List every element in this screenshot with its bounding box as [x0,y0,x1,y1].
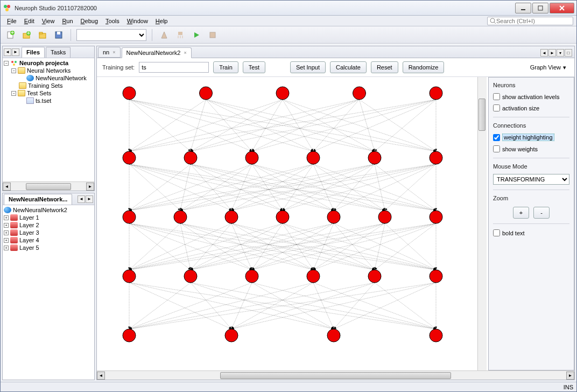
svg-line-143 [313,164,436,211]
svg-line-177 [129,223,252,270]
training-set-input[interactable] [139,62,209,73]
tree-training-sets[interactable]: Training Sets [4,82,93,89]
svg-line-107 [191,164,231,211]
svg-line-181 [129,223,375,270]
tree-root[interactable]: −Neuroph projecta [4,59,93,67]
config-combo[interactable] [76,29,146,41]
new-file-button[interactable]: + [4,29,17,41]
tab-dropdown-icon[interactable]: ▾ [557,49,564,57]
nav-left-icon[interactable]: ◄ [78,195,85,203]
test-button[interactable]: Test [243,61,265,73]
window-title: Neuroph Studio 201107282000 [15,5,514,11]
view-selector[interactable]: Graph View▾ [527,62,569,73]
nav-layer-1[interactable]: +Layer 1 [4,214,93,221]
show-weights-checkbox[interactable]: show weights [493,145,569,153]
svg-point-311 [184,151,197,164]
files-tab[interactable]: Files [22,47,45,58]
svg-line-277 [252,283,334,329]
svg-line-31 [129,100,191,151]
editor-tab-nn2[interactable]: NewNeuralNetwork2× [122,47,192,58]
tree-test-sets[interactable]: −Test Sets [4,89,93,97]
zoom-out-button[interactable]: - [533,207,550,219]
show-activation-checkbox[interactable]: show activation levels [493,93,569,101]
nav-layer-5[interactable]: +Layer 5 [4,244,93,251]
close-tab-icon[interactable]: × [112,50,115,55]
svg-line-95 [129,164,283,211]
svg-point-317 [174,211,187,223]
activation-size-checkbox[interactable]: activation size [493,104,569,112]
menu-run[interactable]: Run [59,17,76,25]
mouse-mode-select[interactable]: TRANSFORMING [493,174,569,185]
weight-highlighting-checkbox[interactable]: weight highlighting [493,133,569,142]
bold-text-checkbox[interactable]: bold text [493,229,569,237]
svg-line-49 [206,100,375,151]
svg-line-79 [191,100,436,151]
tasks-tab[interactable]: Tasks [46,47,71,58]
calculate-button[interactable]: Calculate [330,61,367,73]
build-button[interactable] [158,29,171,41]
search-box[interactable] [487,17,573,25]
panel-nav-right-icon[interactable]: ► [12,48,19,56]
nav-right-icon[interactable]: ► [86,195,93,203]
tab-scroll-left-icon[interactable]: ◄ [540,49,548,57]
open-button[interactable] [36,29,49,41]
tree-nn-item[interactable]: NewNeuralNetwork [4,74,93,82]
nav-layer-3[interactable]: +Layer 3 [4,229,93,236]
tab-scroll-right-icon[interactable]: ► [548,49,556,57]
neurons-group-title: Neurons [493,82,569,88]
close-tab-icon[interactable]: × [184,50,186,55]
svg-line-289 [129,283,375,329]
menu-window[interactable]: Window [124,17,151,25]
svg-line-285 [313,283,334,329]
files-hscroll[interactable]: ◄► [3,181,94,191]
svg-line-229 [334,223,375,270]
clean-button[interactable] [174,29,187,41]
mouse-mode-title: Mouse Mode [493,163,569,170]
debug-button[interactable] [206,29,219,41]
tree-neural-networks[interactable]: −Neural Networks [4,67,93,74]
search-input[interactable] [496,18,571,24]
network-canvas[interactable] [97,77,477,370]
menu-tools[interactable]: Tools [102,17,123,25]
menu-help[interactable]: Help [152,17,171,25]
menu-view[interactable]: View [39,17,58,25]
svg-point-330 [225,329,238,342]
zoom-in-button[interactable]: + [513,207,529,219]
zoom-title: Zoom [493,195,569,201]
set-input-button[interactable]: Set Input [290,61,326,73]
svg-line-281 [129,283,313,329]
maximize-button[interactable] [532,3,548,13]
nav-root[interactable]: NewNeuralNetwork2 [4,206,93,214]
svg-point-316 [123,211,136,223]
menu-debug[interactable]: Debug [78,17,101,25]
editor-tabs: nn× NewNeuralNetwork2× ◄ ► ▾ □ [96,46,575,58]
navigator-panel: NewNeuralNetwork... ◄► NewNeuralNetwork2… [2,193,95,380]
svg-rect-18 [57,32,60,34]
svg-marker-86 [375,149,377,151]
tab-maximize-icon[interactable]: □ [565,49,572,57]
svg-line-61 [283,100,375,151]
train-button[interactable]: Train [213,61,238,73]
run-button[interactable] [190,29,203,41]
navigator-tab[interactable]: NewNeuralNetwork... [4,194,72,205]
view-options-panel: Neurons show activation levels activatio… [488,77,574,370]
canvas-vscroll[interactable] [477,77,487,370]
reset-button[interactable]: Reset [371,61,398,73]
svg-point-320 [327,211,340,223]
nav-layer-4[interactable]: +Layer 4 [4,236,93,244]
panel-nav-left-icon[interactable]: ◄ [4,48,11,56]
svg-line-33 [129,100,252,151]
new-project-button[interactable]: + [20,29,33,41]
close-button[interactable] [550,3,574,13]
randomize-button[interactable]: Randomize [403,61,445,73]
save-button[interactable] [52,29,65,41]
menu-file[interactable]: File [4,17,20,25]
minimize-button[interactable] [515,3,531,13]
svg-point-315 [430,151,442,164]
tree-ts-item[interactable]: ts.tset [4,97,93,104]
canvas-hscroll[interactable]: ◄► [97,370,574,380]
editor-tab-nn[interactable]: nn× [98,47,121,58]
nav-layer-2[interactable]: +Layer 2 [4,221,93,229]
menu-edit[interactable]: Edit [21,17,38,25]
svg-line-195 [180,223,436,270]
